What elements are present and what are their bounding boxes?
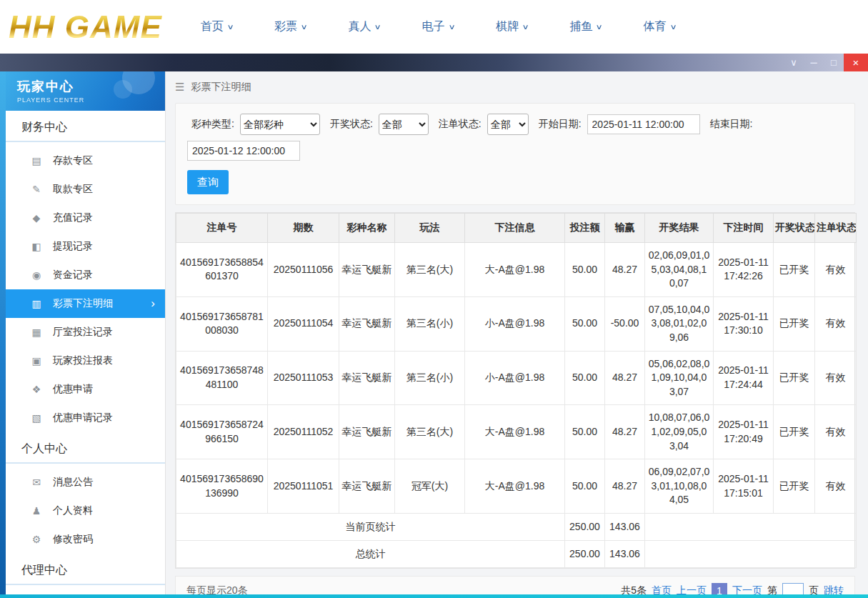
sidebar-item-change-password[interactable]: ⚙ 修改密码 bbox=[6, 525, 165, 554]
window-hide-button[interactable]: ∨ bbox=[784, 54, 804, 71]
cell-order-status: 有效 bbox=[815, 243, 857, 297]
nav-item-sports[interactable]: 体育 ∨ bbox=[644, 19, 676, 34]
window-maximize-button[interactable]: □ bbox=[824, 54, 844, 71]
top-navigation: 首页 ∨ 彩票 ∨ 真人 ∨ 电子 ∨ 棋牌 ∨ 捕鱼 ∨ 体育 ∨ bbox=[201, 19, 676, 34]
deposit-icon: ▤ bbox=[30, 155, 43, 166]
window-close-button[interactable]: × bbox=[844, 54, 868, 71]
table-row: 401569173658854601370 20250111056 幸运飞艇新 … bbox=[176, 243, 857, 297]
nav-item-lottery[interactable]: 彩票 ∨ bbox=[274, 19, 306, 34]
start-date-input[interactable] bbox=[587, 114, 700, 134]
cell-bet-time: 2025-01-11 17:42:26 bbox=[714, 243, 774, 297]
col-bet-info: 下注信息 bbox=[465, 214, 565, 243]
table-row: 401569173658690136990 20250111051 幸运飞艇新 … bbox=[176, 459, 857, 514]
chevron-down-icon: ∨ bbox=[522, 23, 529, 31]
summary-bet-total: 250.00 bbox=[565, 513, 605, 540]
cell-order-status: 有效 bbox=[815, 351, 857, 405]
cell-bet-time: 2025-01-11 17:30:10 bbox=[714, 296, 774, 351]
cell-play-type: 第三名(大) bbox=[395, 405, 465, 459]
sidebar-item-funds-record[interactable]: ◉ 资金记录 bbox=[6, 261, 165, 289]
sidebar-item-withdraw[interactable]: ✎ 取款专区 bbox=[6, 175, 165, 204]
sidebar-header: 玩家中心 PLAYERS CENTER bbox=[6, 71, 165, 111]
nav-item-slots[interactable]: 电子 ∨ bbox=[422, 19, 454, 34]
cell-win-loss: 48.27 bbox=[605, 243, 645, 297]
sidebar-item-label: 修改密码 bbox=[53, 533, 93, 546]
sidebar-item-label: 资金记录 bbox=[53, 269, 93, 281]
summary-winloss-total: 143.06 bbox=[605, 540, 645, 567]
cell-period: 20250111051 bbox=[268, 459, 339, 514]
sidebar-item-label: 充值记录 bbox=[53, 211, 93, 224]
promo-apply-icon: ❖ bbox=[30, 384, 43, 395]
cell-draw-result: 05,06,02,08,01,09,10,04,03,07 bbox=[645, 351, 714, 405]
sidebar-item-promo-apply-record[interactable]: ▧ 优惠申请记录 bbox=[6, 404, 165, 432]
nav-item-live[interactable]: 真人 ∨ bbox=[348, 19, 380, 34]
funds-record-icon: ◉ bbox=[30, 269, 43, 281]
promo-apply-record-icon: ▧ bbox=[30, 412, 43, 424]
sidebar-item-promo-apply[interactable]: ❖ 优惠申请 bbox=[6, 375, 165, 404]
chevron-down-icon: ∨ bbox=[301, 23, 308, 31]
cell-draw-status: 已开奖 bbox=[774, 243, 815, 297]
sidebar-item-label: 玩家投注报表 bbox=[53, 354, 113, 367]
lottery-type-select[interactable]: 全部彩种 bbox=[240, 114, 320, 135]
app-logo: HH GAME bbox=[9, 9, 172, 45]
sidebar-item-withdrawal-record[interactable]: ◧ 提现记录 bbox=[6, 232, 165, 261]
sidebar-title: 玩家中心 bbox=[17, 78, 165, 95]
sidebar-section-personal: 个人中心 bbox=[6, 432, 165, 464]
table-row: 401569173658724966150 20250111052 幸运飞艇新 … bbox=[176, 405, 857, 459]
nav-item-label: 棋牌 bbox=[496, 19, 519, 34]
nav-item-home[interactable]: 首页 ∨ bbox=[201, 19, 233, 34]
sidebar-item-label: 优惠申请记录 bbox=[53, 412, 113, 424]
sidebar-item-label: 厅室投注记录 bbox=[53, 326, 113, 339]
cell-order-id: 401569173658748481100 bbox=[176, 351, 268, 405]
cell-draw-result: 02,06,09,01,05,03,04,08,10,07 bbox=[645, 243, 714, 297]
sidebar-item-announcements[interactable]: ✉ 消息公告 bbox=[6, 468, 165, 497]
recharge-record-icon: ◆ bbox=[30, 212, 43, 224]
cell-period: 20250111052 bbox=[268, 405, 339, 459]
chevron-down-icon: ∨ bbox=[374, 23, 381, 31]
cell-bet-amount: 50.00 bbox=[565, 243, 605, 297]
col-order-status: 注单状态 bbox=[815, 214, 857, 243]
sidebar-item-label: 个人资料 bbox=[53, 504, 93, 517]
gear-icon: ⚙ bbox=[30, 534, 43, 545]
filter-row: 彩种类型: 全部彩种 开奖状态: 全部 注单状态: 全部 开始日期: 结束日期: bbox=[187, 114, 843, 161]
cell-bet-time: 2025-01-11 17:20:49 bbox=[714, 405, 774, 459]
sidebar-item-lottery-bet-detail[interactable]: ▥ 彩票下注明细 › bbox=[6, 289, 165, 318]
cell-draw-result: 06,09,02,07,03,01,10,08,04,05 bbox=[645, 459, 714, 514]
cell-draw-result: 07,05,10,04,03,08,01,02,09,06 bbox=[645, 296, 714, 351]
sidebar-item-recharge-record[interactable]: ◆ 充值记录 bbox=[6, 204, 165, 232]
window-bottom-border bbox=[0, 594, 868, 598]
sidebar-item-hall-bet-record[interactable]: ▦ 厅室投注记录 bbox=[6, 318, 165, 347]
col-win-loss: 输赢 bbox=[605, 214, 645, 243]
order-status-label: 注单状态: bbox=[439, 118, 482, 131]
chevron-down-icon: ∨ bbox=[448, 23, 455, 31]
summary-winloss-total: 143.06 bbox=[605, 513, 645, 540]
sidebar-item-label: 取款专区 bbox=[53, 183, 93, 196]
summary-row-grand-total: 总统计 250.00 143.06 bbox=[176, 540, 857, 567]
hall-bet-record-icon: ▦ bbox=[30, 327, 43, 338]
summary-label: 总统计 bbox=[176, 540, 565, 567]
end-date-input[interactable] bbox=[187, 141, 300, 161]
sidebar-item-profile[interactable]: ♟ 个人资料 bbox=[6, 497, 165, 525]
player-bet-report-icon: ▣ bbox=[30, 355, 43, 367]
cell-order-id: 401569173658690136990 bbox=[176, 459, 268, 514]
cell-lottery-name: 幸运飞艇新 bbox=[339, 459, 395, 514]
draw-status-select[interactable]: 全部 bbox=[379, 114, 429, 135]
search-button[interactable]: 查询 bbox=[187, 170, 229, 194]
table-row: 401569173658748481100 20250111053 幸运飞艇新 … bbox=[176, 351, 857, 405]
cell-period: 20250111053 bbox=[268, 351, 339, 405]
cell-period: 20250111054 bbox=[268, 296, 339, 351]
bet-table: 注单号 期数 彩种名称 玩法 下注信息 投注额 输赢 开奖结果 下注时间 开奖状… bbox=[176, 213, 857, 568]
bet-table-panel: 注单号 期数 彩种名称 玩法 下注信息 投注额 输赢 开奖结果 下注时间 开奖状… bbox=[175, 212, 855, 569]
window-minimize-button[interactable]: ─ bbox=[804, 54, 824, 71]
cell-order-status: 有效 bbox=[815, 459, 857, 514]
sidebar-item-deposit[interactable]: ▤ 存款专区 bbox=[6, 146, 165, 175]
sidebar-item-label: 提现记录 bbox=[53, 240, 93, 253]
sidebar-item-player-bet-report[interactable]: ▣ 玩家投注报表 bbox=[6, 347, 165, 375]
cell-play-type: 第三名(小) bbox=[395, 351, 465, 405]
cell-win-loss: -50.00 bbox=[605, 296, 645, 351]
withdraw-icon: ✎ bbox=[30, 184, 43, 195]
cell-bet-info: 大-A盘@1.98 bbox=[465, 405, 565, 459]
sidebar-item-label: 优惠申请 bbox=[53, 383, 93, 396]
nav-item-fishing[interactable]: 捕鱼 ∨ bbox=[569, 19, 602, 34]
order-status-select[interactable]: 全部 bbox=[487, 114, 529, 135]
nav-item-chess[interactable]: 棋牌 ∨ bbox=[496, 19, 528, 34]
